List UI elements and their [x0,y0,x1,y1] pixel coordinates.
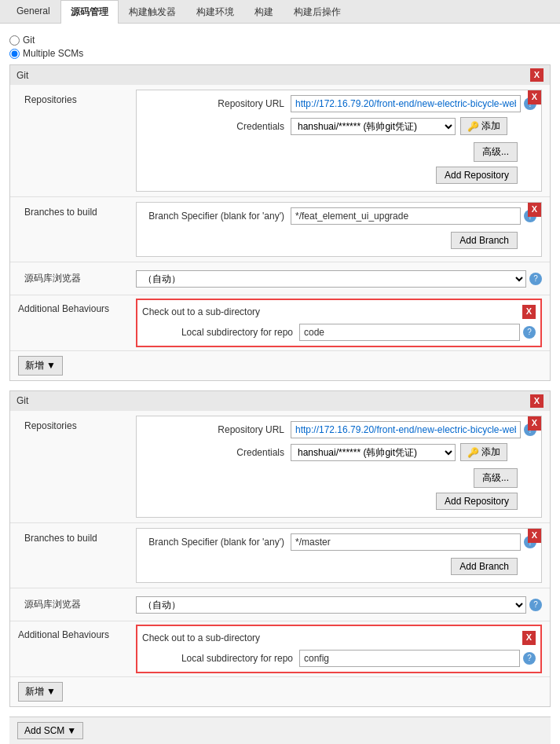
scm1-advanced-row: 高级... [141,140,536,164]
scm1-add-branch-btn[interactable]: Add Branch [451,232,518,249]
scm2-browser-help-icon[interactable]: ? [529,599,542,611]
scm1-local-subdir-row: Local subdirectory for repo ? [142,324,536,341]
scm1-checkout-close-btn[interactable]: X [522,305,536,318]
scm1-branches-label: Branches to build [18,202,136,222]
scm1-checkout-label: Check out to a sub-directory [142,306,260,317]
scm1-add-branch-row: Add Branch [141,229,536,251]
scm1-repositories-section: Repositories X Repository URL ? Credenti… [10,85,550,197]
scm1-credentials-label: Credentials [141,121,291,132]
scm1-browser-select[interactable]: （自动） [136,270,526,288]
scm2-local-subdir-input[interactable] [299,650,520,667]
scm2-xin-zeng-btn[interactable]: 新增 ▼ [18,682,63,702]
scm-block-1: Git X Repositories X Repository URL ? Cr… [9,64,551,381]
scm1-xin-zeng-arrow: ▼ [46,360,56,371]
tab-bar: General 源码管理 构建触发器 构建环境 构建 构建后操作 [0,0,560,24]
add-scm-btn[interactable]: Add SCM ▼ [17,722,83,739]
scm1-credentials-select[interactable]: hanshuai/****** (韩帅git凭证) [291,118,456,135]
scm2-advanced-btn[interactable]: 高级... [474,468,518,488]
scm1-branch-specifier-row: Branch Specifier (blank for 'any') ? [141,207,536,225]
scm2-branches-label: Branches to build [18,528,136,548]
scm1-browser-label: 源码库浏览器 [18,267,136,290]
main-content: Git Multiple SCMs Git X Repositories X R… [0,24,560,744]
scm2-checkout-close-btn[interactable]: X [522,631,536,644]
scm2-branch-specifier-row: Branch Specifier (blank for 'any') ? [141,533,536,551]
scm2-checkout-label: Check out to a sub-directory [142,632,260,643]
scm1-branch-specifier-input[interactable] [291,207,521,225]
tab-env[interactable]: 构建环境 [186,0,244,24]
tab-post[interactable]: 构建后操作 [284,0,351,24]
scm2-local-subdir-help-icon[interactable]: ? [523,652,536,665]
scm2-xin-zeng-area: 新增 ▼ [10,677,550,706]
scm-block-1-close-btn[interactable]: X [530,68,544,82]
scm2-repo-url-row: Repository URL ? [141,421,536,438]
scm1-repo-close-btn[interactable]: X [528,90,541,104]
scm1-local-subdir-input[interactable] [299,324,520,341]
tab-build[interactable]: 构建 [244,0,284,24]
scm1-xin-zeng-btn[interactable]: 新增 ▼ [18,356,63,376]
scm-block-2-header: Git X [10,391,550,411]
scm1-repositories-label: Repositories [18,90,136,110]
scm-block-1-title: Git [16,70,28,81]
scm1-behaviours-inner-header: Check out to a sub-directory X [142,305,536,318]
pin-icon: 🔑 [467,121,479,132]
scm1-branch-specifier-label: Branch Specifier (blank for 'any') [141,211,291,222]
scm2-repo-url-label: Repository URL [141,424,291,435]
scm1-local-subdir-help-icon[interactable]: ? [523,326,536,339]
scm1-add-repository-row: Add Repository [141,164,536,186]
scm1-behaviours-content: Check out to a sub-directory X Local sub… [136,299,542,346]
tab-scm[interactable]: 源码管理 [60,0,119,24]
scm2-repositories-section: Repositories X Repository URL ? Credenti… [10,411,550,523]
radio-multiple-scms-label: Multiple SCMs [23,48,83,59]
tab-general[interactable]: General [6,0,60,24]
scm2-add-branch-row: Add Branch [141,555,536,577]
scm2-additional-behaviours-section: Additional Behaviours Check out to a sub… [10,621,550,676]
scm2-add-repository-row: Add Repository [141,490,536,512]
scm2-credentials-select[interactable]: hanshuai/****** (韩帅git凭证) [291,444,456,461]
radio-git-label: Git [23,35,35,46]
scm-block-2-title: Git [16,395,28,406]
scm-block-1-header: Git X [10,65,550,85]
scm1-branches-close-btn[interactable]: X [528,203,541,216]
scm2-browser-row: 源码库浏览器 （自动） ? [10,588,550,621]
scm2-behaviours-content: Check out to a sub-directory X Local sub… [136,625,542,673]
scm2-repo-close-btn[interactable]: X [528,416,541,430]
scm1-repo-url-row: Repository URL ? [141,95,536,112]
scm-block-2: Git X Repositories X Repository URL ? Cr… [9,390,551,707]
scm2-branch-specifier-label: Branch Specifier (blank for 'any') [141,537,291,548]
radio-git[interactable]: Git [9,35,551,46]
scm-block-2-close-btn[interactable]: X [530,394,544,408]
pin-icon2: 🔑 [467,447,479,458]
scm2-advanced-row: 高级... [141,466,536,490]
scm1-browser-row: 源码库浏览器 （自动） ? [10,262,550,295]
scm2-behaviours-inner-header: Check out to a sub-directory X [142,631,536,644]
scm2-browser-select[interactable]: （自动） [136,596,526,614]
tab-triggers[interactable]: 构建触发器 [119,0,186,24]
scm2-branches-close-btn[interactable]: X [528,529,541,542]
scm2-credentials-label: Credentials [141,447,291,458]
scm2-credentials-row: Credentials hanshuai/****** (韩帅git凭证) 🔑 … [141,443,536,461]
add-scm-arrow: ▼ [67,725,76,736]
radio-git-input[interactable] [9,35,20,46]
scm1-repo-url-label: Repository URL [141,98,291,109]
scm2-repo-url-input[interactable] [291,421,521,438]
scm2-local-subdir-label: Local subdirectory for repo [142,653,299,664]
radio-multiple-scms[interactable]: Multiple SCMs [9,48,551,59]
radio-multiple-scms-input[interactable] [9,49,20,59]
scm1-advanced-btn[interactable]: 高级... [474,142,518,162]
scm2-branch-specifier-input[interactable] [291,533,521,551]
scm2-credentials-controls: hanshuai/****** (韩帅git凭证) 🔑 添加 [291,443,507,461]
scm1-browser-help-icon[interactable]: ? [529,273,542,285]
scm1-repo-url-input[interactable] [291,95,521,112]
add-scm-area: Add SCM ▼ [9,717,551,744]
scm2-credentials-add-btn[interactable]: 🔑 添加 [460,443,507,461]
scm1-additional-behaviours-label: Additional Behaviours [18,299,136,346]
scm1-add-repository-btn[interactable]: Add Repository [436,167,518,184]
scm2-add-branch-btn[interactable]: Add Branch [451,558,518,575]
scm2-add-repository-btn[interactable]: Add Repository [436,493,518,510]
scm1-local-subdir-label: Local subdirectory for repo [142,327,299,338]
scm1-credentials-add-btn[interactable]: 🔑 添加 [460,117,507,135]
scm2-browser-label: 源码库浏览器 [18,593,136,616]
scm2-branches-section: Branches to build X Branch Specifier (bl… [10,523,550,588]
scm1-branches-section: Branches to build X Branch Specifier (bl… [10,197,550,262]
scm1-credentials-controls: hanshuai/****** (韩帅git凭证) 🔑 添加 [291,117,507,135]
